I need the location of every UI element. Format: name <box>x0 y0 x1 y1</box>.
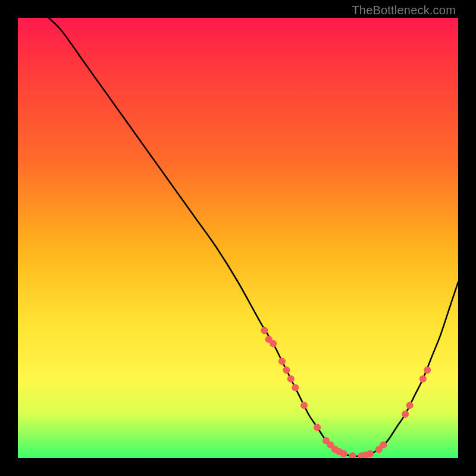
data-marker <box>292 384 299 392</box>
data-marker <box>270 340 277 347</box>
data-marker <box>367 450 374 458</box>
data-marker <box>278 358 286 365</box>
data-marker <box>283 367 290 374</box>
chart-container: TheBottleneck.com <box>0 0 476 476</box>
bottleneck-curve-svg <box>18 18 458 458</box>
plot-area <box>18 18 458 458</box>
attribution-text: TheBottleneck.com <box>352 4 456 17</box>
data-marker <box>300 402 308 409</box>
data-marker <box>340 450 347 458</box>
data-markers <box>261 327 431 458</box>
data-marker <box>424 367 431 374</box>
data-marker <box>380 441 387 449</box>
data-marker <box>287 375 295 383</box>
data-marker <box>402 411 409 418</box>
data-marker <box>419 375 427 383</box>
bottleneck-curve <box>49 18 458 456</box>
data-marker <box>261 327 268 334</box>
data-marker <box>349 452 356 458</box>
data-marker <box>314 424 321 431</box>
data-marker <box>406 402 414 409</box>
